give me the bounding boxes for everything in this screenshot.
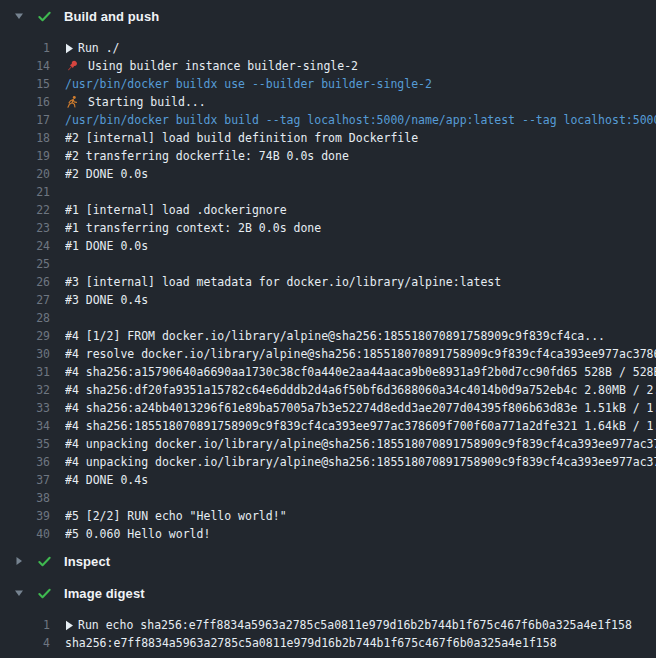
line-number[interactable]: 31 [0,363,50,381]
log-line[interactable]: 14 Using builder instance builder-single… [0,57,656,75]
chevron-down-icon[interactable] [13,11,25,21]
line-number[interactable]: 22 [0,201,50,219]
line-text: Starting build... [88,93,206,111]
line-number[interactable]: 30 [0,345,50,363]
log-line[interactable]: 28 [0,309,656,327]
line-content: #4 [1/2] FROM docker.io/library/alpine@s… [65,327,656,345]
log-line[interactable]: 1 Run echo sha256:e7ff8834a5963a2785c5a0… [0,616,656,634]
log-line[interactable]: 32 #4 sha256:df20fa9351a15782c64e6dddb2d… [0,381,656,399]
log-line[interactable]: 29 #4 [1/2] FROM docker.io/library/alpin… [0,327,656,345]
line-content [65,309,656,327]
success-check-icon [37,554,52,569]
log-line[interactable]: 15 /usr/bin/docker buildx use --builder … [0,75,656,93]
line-number[interactable]: 38 [0,489,50,507]
line-number[interactable]: 14 [0,57,50,75]
log-line[interactable]: 20 #2 DONE 0.0s [0,165,656,183]
line-text: #4 [1/2] FROM docker.io/library/alpine@s… [65,327,605,345]
log-line[interactable]: 1 Run ./ [0,39,656,57]
line-number[interactable]: 23 [0,219,50,237]
log-line[interactable]: 34 #4 sha256:185518070891758909c9f839cf4… [0,417,656,435]
workflow-log-panel: Build and push 1 Run ./ 14 Using builder… [0,0,656,658]
line-text: Using builder instance builder-single-2 [88,57,358,75]
log-line[interactable]: 26 #3 [internal] load metadata for docke… [0,273,656,291]
line-number[interactable]: 33 [0,399,50,417]
line-number[interactable]: 27 [0,291,50,309]
step-title: Build and push [64,9,159,24]
line-content: #2 DONE 0.0s [65,165,656,183]
line-number[interactable]: 21 [0,183,50,201]
log-line[interactable]: 21 [0,183,656,201]
log-line[interactable]: 39 #5 [2/2] RUN echo "Hello world!" [0,507,656,525]
log-line[interactable]: 33 #4 sha256:a24bb4013296f61e89ba57005a7… [0,399,656,417]
line-number[interactable]: 40 [0,525,50,543]
line-number[interactable]: 25 [0,255,50,273]
step-header[interactable]: Inspect [0,545,656,577]
line-content: #3 [internal] load metadata for docker.i… [65,273,656,291]
log-line[interactable]: 40 #5 0.060 Hello world! [0,525,656,543]
log-line[interactable]: 4 sha256:e7ff8834a5963a2785c5a0811e979d1… [0,634,656,652]
line-content: #2 [internal] load build definition from… [65,129,656,147]
log-line[interactable]: 17 /usr/bin/docker buildx build --tag lo… [0,111,656,129]
line-number[interactable]: 1 [0,39,50,57]
line-number[interactable]: 34 [0,417,50,435]
line-number[interactable]: 17 [0,111,50,129]
log-line[interactable]: 31 #4 sha256:a15790640a6690aa1730c38cf0a… [0,363,656,381]
line-number[interactable]: 36 [0,453,50,471]
line-content: Run echo sha256:e7ff8834a5963a2785c5a081… [65,616,656,634]
line-content: #4 sha256:185518070891758909c9f839cf4ca3… [65,417,656,435]
line-text: /usr/bin/docker buildx build --tag local… [65,111,656,129]
line-number[interactable]: 29 [0,327,50,345]
log-line[interactable]: 38 [0,489,656,507]
line-number[interactable]: 15 [0,75,50,93]
log-line[interactable]: 16 Starting build... [0,93,656,111]
log-step-section: Image digest 1 Run echo sha256:e7ff8834a… [0,577,656,654]
line-content: #4 unpacking docker.io/library/alpine@sh… [65,453,656,471]
log-line[interactable]: 30 #4 resolve docker.io/library/alpine@s… [0,345,656,363]
line-content: #1 transferring context: 2B 0.0s done [65,219,656,237]
log-line[interactable]: 19 #2 transferring dockerfile: 74B 0.0s … [0,147,656,165]
step-log-lines: 1 Run ./ 14 Using builder instance build… [0,32,656,545]
log-line[interactable]: 18 #2 [internal] load build definition f… [0,129,656,147]
line-number[interactable]: 20 [0,165,50,183]
pushpin-icon [65,59,88,73]
step-header[interactable]: Build and push [0,0,656,32]
log-line[interactable]: 27 #3 DONE 0.4s [0,291,656,309]
line-content: #4 sha256:a15790640a6690aa1730c38cf0a440… [65,363,656,381]
log-line[interactable]: 22 #1 [internal] load .dockerignore [0,201,656,219]
line-content [65,255,656,273]
line-number[interactable]: 4 [0,634,50,652]
line-text: #4 sha256:a15790640a6690aa1730c38cf0a440… [65,363,656,381]
play-icon[interactable] [65,620,78,631]
log-line[interactable]: 37 #4 DONE 0.4s [0,471,656,489]
line-content: Run ./ [65,39,656,57]
line-number[interactable]: 1 [0,616,50,634]
line-number[interactable]: 19 [0,147,50,165]
line-number[interactable]: 39 [0,507,50,525]
log-line[interactable]: 25 [0,255,656,273]
line-number[interactable]: 24 [0,237,50,255]
step-log-lines: 1 Run echo sha256:e7ff8834a5963a2785c5a0… [0,609,656,654]
play-icon[interactable] [65,43,78,54]
line-text: #5 0.060 Hello world! [65,525,210,543]
line-number[interactable]: 26 [0,273,50,291]
line-number[interactable]: 32 [0,381,50,399]
log-line[interactable]: 35 #4 unpacking docker.io/library/alpine… [0,435,656,453]
line-number[interactable]: 35 [0,435,50,453]
line-content: #1 [internal] load .dockerignore [65,201,656,219]
chevron-right-icon[interactable] [13,556,25,566]
log-line[interactable]: 24 #1 DONE 0.0s [0,237,656,255]
line-content: #1 DONE 0.0s [65,237,656,255]
line-number[interactable]: 16 [0,93,50,111]
log-line[interactable]: 23 #1 transferring context: 2B 0.0s done [0,219,656,237]
line-content: Starting build... [65,93,656,111]
log-line[interactable]: 36 #4 unpacking docker.io/library/alpine… [0,453,656,471]
line-number[interactable]: 28 [0,309,50,327]
chevron-down-icon[interactable] [13,588,25,598]
line-number[interactable]: 18 [0,129,50,147]
step-header[interactable]: Image digest [0,577,656,609]
line-number[interactable]: 37 [0,471,50,489]
line-text: #5 [2/2] RUN echo "Hello world!" [65,507,287,525]
line-text: sha256:e7ff8834a5963a2785c5a0811e979d16b… [65,634,557,652]
line-content: #5 0.060 Hello world! [65,525,656,543]
line-content: #4 sha256:a24bb4013296f61e89ba57005a7b3e… [65,399,656,417]
